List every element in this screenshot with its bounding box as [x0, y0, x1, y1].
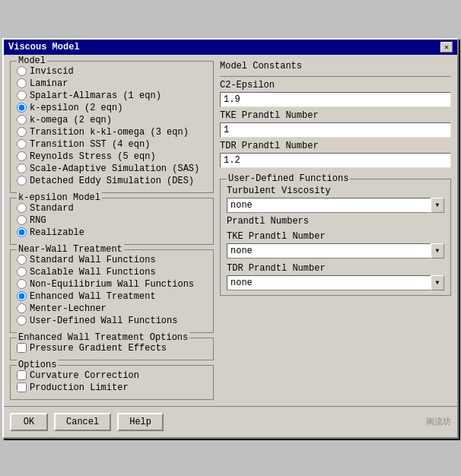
scalable-wall-label: Scalable Wall Functions [30, 267, 156, 278]
curvature-checkbox[interactable] [17, 370, 27, 380]
options-group-title: Options [17, 360, 58, 370]
enhanced-wall-label: Enhanced Wall Treatment [30, 291, 156, 302]
radio-inviscid[interactable]: Inviscid [17, 66, 207, 77]
help-button[interactable]: Help [117, 413, 164, 431]
tke-prandtl-input[interactable] [220, 122, 451, 138]
model-group-title: Model [17, 56, 47, 66]
model-constants-section: Model Constants C2-Epsilon TKE Prandtl N… [220, 61, 451, 168]
menter-label: Menter-Lechner [30, 303, 107, 314]
nearwall-group: Near-Wall Treatment Standard Wall Functi… [10, 249, 214, 333]
inviscid-radio[interactable] [17, 66, 27, 76]
udf-tke-prandtl-label: TKE Prandtl Number [227, 231, 444, 242]
enhanced-wall-options-title: Enhanced Wall Treatment Options [17, 332, 189, 343]
des-radio[interactable] [17, 176, 27, 186]
transition-sst-radio[interactable] [17, 139, 27, 149]
radio-scalable-wall[interactable]: Scalable Wall Functions [17, 267, 207, 278]
ok-button[interactable]: OK [10, 413, 48, 431]
radio-des[interactable]: Detached Eddy Simulation (DES) [17, 176, 207, 186]
user-wall-label: User-Defined Wall Functions [30, 316, 177, 326]
production-checkbox[interactable] [17, 382, 27, 392]
kepsilon-label: k-epsilon (2 eqn) [30, 103, 122, 113]
turbulent-viscosity-wrapper: none ▼ [227, 198, 444, 213]
radio-standard-wall[interactable]: Standard Wall Functions [17, 255, 207, 265]
standard-label: Standard [30, 203, 74, 214]
udf-group: User-Defined Functions Turbulent Viscosi… [220, 179, 451, 296]
prandtl-numbers-label: Prandtl Numbers [227, 216, 444, 227]
udf-tke-prandtl-select[interactable]: none [227, 243, 444, 259]
spalart-label: Spalart-Allmaras (1 eqn) [30, 90, 161, 101]
left-panel: Model Inviscid Laminar Spalart-Allmaras … [10, 61, 214, 400]
radio-transition-sst[interactable]: Transition SST (4 eqn) [17, 139, 207, 150]
noneq-wall-radio[interactable] [17, 279, 27, 289]
rng-label: RNG [30, 215, 46, 226]
standard-wall-radio[interactable] [17, 255, 27, 265]
radio-transition-kl[interactable]: Transition k-kl-omega (3 eqn) [17, 127, 207, 138]
tdr-prandtl-input[interactable] [220, 153, 451, 168]
checkbox-pressure-gradient[interactable]: Pressure Gradient Effects [17, 343, 207, 354]
turbulent-viscosity-select[interactable]: none [227, 198, 444, 213]
viscous-model-window: Viscous Model ✕ Model Inviscid Laminar [2, 38, 459, 439]
komega-label: k-omega (2 eqn) [30, 115, 112, 125]
komega-radio[interactable] [17, 115, 27, 125]
kepsilon-radio[interactable] [17, 103, 27, 113]
radio-user-wall[interactable]: User-Defined Wall Functions [17, 316, 207, 326]
radio-enhanced-wall[interactable]: Enhanced Wall Treatment [17, 291, 207, 302]
watermark: 南流坊 [426, 416, 451, 427]
nearwall-group-title: Near-Wall Treatment [17, 244, 124, 255]
radio-realizable[interactable]: Realizable [17, 227, 207, 238]
realizable-radio[interactable] [17, 227, 27, 237]
spalart-radio[interactable] [17, 90, 27, 100]
model-constants-header: Model Constants [220, 61, 451, 71]
curvature-label: Curvature Correction [30, 370, 139, 381]
transition-kl-radio[interactable] [17, 127, 27, 137]
kepsilon-model-group: k-epsilon Model Standard RNG Realizable [10, 198, 214, 245]
radio-komega[interactable]: k-omega (2 eqn) [17, 115, 207, 125]
user-wall-radio[interactable] [17, 316, 27, 325]
window-content: Model Inviscid Laminar Spalart-Allmaras … [4, 55, 457, 406]
radio-rng[interactable]: RNG [17, 215, 207, 226]
standard-radio[interactable] [17, 203, 27, 213]
udf-tdr-prandtl-select[interactable]: none [227, 275, 444, 290]
tke-prandtl-label: TKE Prandtl Number [220, 110, 451, 121]
laminar-label: Laminar [30, 78, 68, 89]
radio-menter[interactable]: Menter-Lechner [17, 303, 207, 314]
des-label: Detached Eddy Simulation (DES) [30, 176, 194, 186]
standard-wall-label: Standard Wall Functions [30, 255, 156, 265]
radio-standard[interactable]: Standard [17, 203, 207, 214]
checkbox-production[interactable]: Production Limiter [17, 382, 207, 393]
enhanced-wall-radio[interactable] [17, 291, 27, 301]
tdr-prandtl-label: TDR Prandtl Number [220, 141, 451, 151]
udf-group-title: User-Defined Functions [227, 173, 350, 184]
close-button[interactable]: ✕ [440, 42, 453, 52]
radio-spalart[interactable]: Spalart-Allmaras (1 eqn) [17, 90, 207, 101]
inviscid-label: Inviscid [30, 66, 74, 77]
menter-radio[interactable] [17, 303, 27, 313]
sas-label: Scale-Adaptive Simulation (SAS) [30, 163, 199, 174]
checkbox-curvature[interactable]: Curvature Correction [17, 370, 207, 381]
reynolds-radio[interactable] [17, 151, 27, 161]
kepsilon-group-title: k-epsilon Model [17, 192, 102, 203]
rng-radio[interactable] [17, 215, 27, 225]
scalable-wall-radio[interactable] [17, 267, 27, 277]
title-bar-buttons: ✕ [440, 42, 453, 52]
window-title: Viscous Model [8, 42, 80, 52]
realizable-label: Realizable [30, 227, 84, 238]
production-label: Production Limiter [30, 382, 129, 393]
c2-epsilon-input[interactable] [220, 92, 451, 107]
cancel-button[interactable]: Cancel [54, 413, 111, 431]
radio-kepsilon[interactable]: k-epsilon (2 eqn) [17, 103, 207, 113]
radio-noneq-wall[interactable]: Non-Equilibrium Wall Functions [17, 279, 207, 290]
sas-radio[interactable] [17, 163, 27, 173]
c2-epsilon-label: C2-Epsilon [220, 80, 451, 90]
radio-sas[interactable]: Scale-Adaptive Simulation (SAS) [17, 163, 207, 174]
radio-reynolds[interactable]: Reynolds Stress (5 eqn) [17, 151, 207, 162]
pressure-gradient-checkbox[interactable] [17, 343, 27, 353]
model-group: Model Inviscid Laminar Spalart-Allmaras … [10, 61, 214, 193]
laminar-radio[interactable] [17, 78, 27, 88]
enhanced-wall-options-group: Enhanced Wall Treatment Options Pressure… [10, 338, 214, 360]
radio-laminar[interactable]: Laminar [17, 78, 207, 89]
options-group: Options Curvature Correction Production … [10, 365, 214, 400]
noneq-wall-label: Non-Equilibrium Wall Functions [30, 279, 194, 290]
bottom-bar: OK Cancel Help 南流坊 [4, 406, 457, 437]
transition-sst-label: Transition SST (4 eqn) [30, 139, 150, 150]
